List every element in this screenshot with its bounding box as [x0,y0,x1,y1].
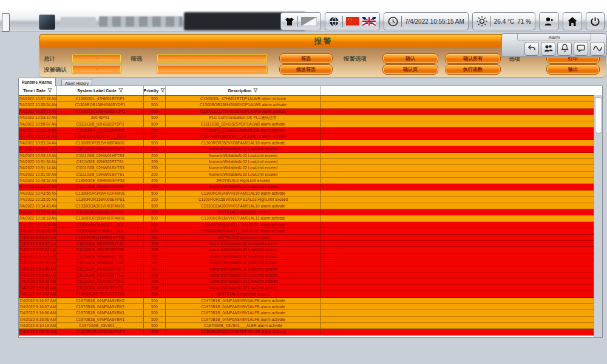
home-button[interactable] [563,12,582,30]
language-group[interactable] [325,12,380,30]
table-row[interactable]: 7/4/2022 9:06:00 AMC1300ROR152V008AFDP25… [19,329,602,335]
table-row[interactable]: 7/4/2022 10:53:13 AMC1111G08_02HW01HTTS3… [19,153,602,159]
cell-extra [321,197,595,202]
table-row[interactable]: 7/4/2022 10:43:55 AMC1300ROR348VH10FAM01… [19,190,602,197]
ack-all-button[interactable]: 确认所有 [445,53,501,64]
filter-funnel-icon[interactable] [160,88,165,93]
users-button[interactable] [541,42,555,56]
total-value-field[interactable]: · [72,54,121,63]
output-button[interactable]: 输出 [546,64,600,75]
table-row[interactable]: 7/4/2022 10:55:15 AMC1300G1Q276HG05SYDP1… [19,109,602,115]
cell-system-label-code: C1970B1B_04NP4ASYBV2 [57,298,144,303]
cell-extra [321,260,595,265]
cell-system-label-code: C1300ROR158HG06SYDP1 [57,102,144,107]
table-row[interactable]: 7/4/2022 9:53:45 AMC1111G08_02HG02SYDP22… [19,278,602,285]
desc-filter-input[interactable] [157,65,268,74]
table-row[interactable]: 7/4/2022 9:53:47 AMC1111G08_02HG03SYPS12… [19,241,602,247]
col-header-description[interactable]: Description [166,86,321,95]
shirt-icon[interactable] [285,17,294,26]
cell-priority: 200 [144,159,166,164]
table-row[interactable]: 7/4/2022 10:34:43 AMC1930GOA301VH01FAM01… [19,203,602,209]
table-row[interactable]: 7/4/2022 10:45:47 AMC1111G08_02HW01SYTS2… [19,184,602,190]
table-row[interactable]: 7/4/2022 9:10:19 AMC1970G0B_03VS01___500… [19,323,602,329]
cell-extra [321,241,595,246]
vertical-scrollbar[interactable] [594,95,602,337]
table-row[interactable]: 7/4/2022 10:51:00 AMC1111G08_02HW01SYTS1… [19,172,602,178]
table-row[interactable]: 7/4/2022 10:51:14 AMC1111G08_02HW01SYTS3… [19,165,602,171]
cell-description: C1300ROR158V006EXPS1AL03 HighLimit excee… [166,197,321,202]
table-row[interactable]: 7/4/2022 9:53:45 AMC1111G08_02HG03SYTS12… [19,285,602,291]
filter-funnel-icon[interactable] [47,88,52,93]
cell-system-label-code: C1111G08_02HG03SYTS1 [57,285,144,291]
china-flag-icon[interactable] [346,17,359,25]
table-row[interactable]: 7/4/2022 9:53:45 AMC1111G08_02HG03RTPS12… [19,272,602,278]
table-row[interactable]: 7/4/2022 9:16:06 AMC1970B1B_04NP6ASYBV15… [19,317,602,323]
table-row[interactable]: 7/4/2022 10:48:52 AMC1950G0E_03HM01SYPS1… [19,178,602,184]
col-header-priority[interactable]: Priority [144,86,166,95]
cell-time: 7/4/2022 10:53:24 AM [19,140,57,146]
table-row[interactable]: 7/4/2022 10:18:18 AMC1300ROR158VH07FAM01… [19,215,602,221]
power-button[interactable] [586,12,605,30]
table-row[interactable]: 7/4/2022 10:35:55 AMC1300ROR158V006EXPS1… [19,197,602,203]
table-row[interactable]: 7/4/2022 9:56:24 AMC1101ROB113HW01HTTS22… [19,235,602,241]
cell-description: C1111G08_02HG02SYDP1ALWB alarm activate [166,121,321,127]
table-row[interactable]: 7/4/2022 9:53:45 AMC1111G08_02HG03SYDP12… [19,266,602,272]
table-row[interactable]: 7/4/2022 10:53:13 AMC1111G08_02HG02RTDP1… [19,146,602,152]
table-row[interactable]: 7/4/2022 9:53:47 AMC1111G08_02HG03RTTS22… [19,247,602,253]
cell-description: 1SYTS1AL0 HighLimit exceed [166,209,321,215]
clock-group[interactable]: 7/4/2022 10:55:15 AM [384,12,469,30]
uk-flag-icon[interactable] [362,17,376,25]
filter-funnel-icon[interactable] [253,88,258,93]
comment-button[interactable] [574,42,588,56]
col-header-label[interactable]: System Label Code [57,86,144,95]
unacked-value-field[interactable]: · [72,65,121,74]
tab-runtime-alarms[interactable]: Runtime Alarms [18,78,56,86]
undo-button[interactable] [524,42,539,56]
filter-button[interactable]: 筛选 [279,53,333,64]
table-row[interactable]: 7/4/2022 10:51:34 AMC1111G08_02HG02RTTS1… [19,159,602,165]
col-header-time[interactable]: Time / Date [19,86,57,95]
comment-icon [577,44,585,55]
table-row[interactable]: 7/4/2022 10:53:10 AM300 ISP01500PLC Comm… [19,115,602,121]
filter-funnel-icon[interactable] [118,88,123,93]
table-header: Time / Date System Label Code Priority D… [19,86,602,96]
filter-input[interactable] [157,54,268,63]
table-row[interactable]: 7/4/2022 10:33:42 AMC1102G00918VS01SYTS1… [19,209,602,215]
table-row[interactable]: 7/4/2022 10:55:07 AMC1111G08_02HG02SYDP1… [19,121,602,127]
table-row[interactable]: 7/4/2022 9:16:06 AMC1970B1B_04NP4ASYBV15… [19,310,602,316]
cell-time: 7/4/2022 10:53:13 AM [19,153,57,158]
cell-system-label-code: C1970B1B_04NP6ASYBV2 [57,304,144,309]
cell-time: 7/4/2022 10:03:41 AM [19,228,57,234]
ack-page-button[interactable]: 确认页 [382,64,438,75]
ack-button[interactable]: 确认 [382,53,438,64]
contrast-icon[interactable] [301,17,317,26]
bell-button[interactable] [557,42,572,56]
table-row[interactable]: 7/4/2022 10:57:18 AMC1500G0L_47HM01RTDP1… [19,96,602,102]
table-row[interactable]: 7/4/2022 10:53:24 AMC1300ROR352VH08FAM01… [19,140,602,146]
table-row[interactable]: 7/4/2022 10:03:41 AMC150010M375AJG1__S01… [19,228,602,234]
cell-extra [321,310,595,315]
table-row[interactable]: 7/4/2022 9:43:02 AMC1500ROM178V022EXTS12… [19,291,602,297]
table-row[interactable]: 7/4/2022 10:53:39 AMC1921RFC_01VE81FAM01… [19,127,602,133]
table-row[interactable]: 7/4/2022 10:53:37 AMC150010M168VC12___AL… [19,133,602,140]
cell-description: NumericWritableAL02 LowLimit exceed [166,266,321,272]
climate-group[interactable]: 26.4 °C 71 % [472,12,535,30]
table-row[interactable]: 7/4/2022 9:16:07 AMC1970B1B_04NP4ASYBV25… [19,298,602,304]
exec-function-button[interactable]: 执行函数 [445,64,501,75]
user-button[interactable] [539,12,559,30]
cell-time: 7/4/2022 10:51:34 AM [19,159,57,164]
desc-filter-button[interactable]: 描述筛选 [279,64,333,75]
table-row[interactable]: 7/4/2022 9:16:07 AMC1970B1B_04NP6ASYBV25… [19,304,602,310]
table-row[interactable]: 7/4/2022 9:53:47 AMC1111G08_02HG03RTTS12… [19,254,602,260]
theme-group[interactable] [280,12,321,30]
table-row[interactable]: 7/4/2022 10:55:54 AMC1300ROR158HG06SYDP1… [19,102,602,108]
table-row[interactable]: 7/4/2022 10:09:30 AMC150010M168AJG1__S01… [19,222,602,228]
cell-system-label-code: C1111G08_02HW01HTTS3 [57,153,144,158]
user-icon [543,16,555,27]
scrollbar-thumb[interactable] [595,97,602,133]
table-row[interactable]: 7/4/2022 9:53:46 AMC1111G08_02HG03SYTS22… [19,260,602,266]
cell-description: C1970B1B_04NP6ASYBV1ALFB alarm activate [166,317,321,322]
trend-button[interactable] [590,42,605,56]
globe-icon[interactable] [329,16,339,27]
cell-description: NumericWritableAL02 LowLimit exceed [166,241,321,246]
